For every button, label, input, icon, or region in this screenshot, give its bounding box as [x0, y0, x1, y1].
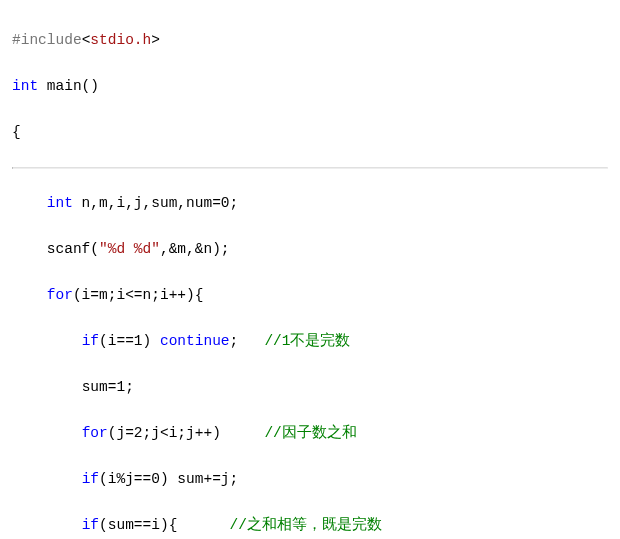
for-keyword: for	[47, 287, 73, 303]
code-line: int main()	[12, 75, 608, 98]
code-line: for(i=m;i<=n;i++){	[12, 284, 608, 307]
code-line: if(i%j==0) sum+=j;	[12, 468, 608, 491]
code-line: int n,m,i,j,sum,num=0;	[12, 192, 608, 215]
preprocessor: #include	[12, 32, 82, 48]
comment: //1不是完数	[264, 333, 350, 349]
include-header: stdio.h	[90, 32, 151, 48]
string-literal: "%d %d"	[99, 241, 160, 257]
code-block: #include<stdio.h> int main() { int n,m,i…	[0, 0, 620, 539]
code-line: for(j=2;j<i;j++) //因子数之和	[12, 422, 608, 445]
if-keyword: if	[82, 333, 99, 349]
code-line: #include<stdio.h>	[12, 29, 608, 52]
type-keyword: int	[47, 195, 73, 211]
comment: //因子数之和	[264, 425, 356, 441]
code-line: if(i==1) continue; //1不是完数	[12, 330, 608, 353]
if-keyword: if	[82, 517, 99, 533]
code-line: {	[12, 121, 608, 144]
divider	[12, 167, 608, 169]
continue-keyword: continue	[160, 333, 230, 349]
code-line: sum=1;	[12, 376, 608, 399]
if-keyword: if	[82, 471, 99, 487]
type-keyword: int	[12, 78, 38, 94]
code-line: if(sum==i){ //之和相等，既是完数	[12, 514, 608, 537]
code-line: scanf("%d %d",&m,&n);	[12, 238, 608, 261]
comment: //之和相等，既是完数	[230, 517, 382, 533]
for-keyword: for	[82, 425, 108, 441]
